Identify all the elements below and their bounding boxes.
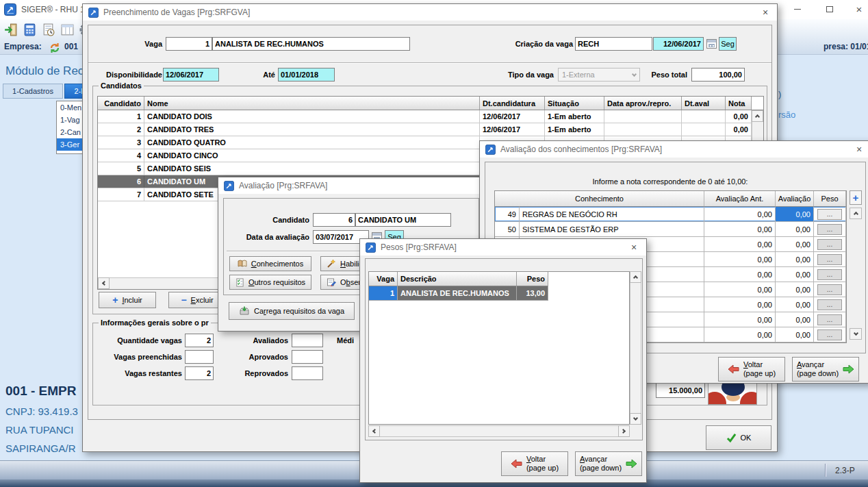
peso-detail-button[interactable]: ... bbox=[817, 299, 842, 310]
vaga-num-field[interactable]: 1 bbox=[166, 37, 212, 51]
tab-cadastros[interactable]: 1-Cadastros bbox=[3, 84, 63, 99]
scroll-up-icon[interactable] bbox=[630, 271, 641, 283]
avaliacao-input[interactable]: 0,00 bbox=[776, 297, 814, 312]
scroll-up-icon[interactable] bbox=[752, 110, 763, 122]
col-avaliacao[interactable]: Avaliação bbox=[776, 191, 814, 206]
col-candidato[interactable]: Candidato bbox=[98, 97, 144, 110]
avaliacao-input[interactable]: 0,00 bbox=[776, 327, 814, 342]
avaliacao-input[interactable]: 0,00 bbox=[776, 312, 814, 327]
conhecimento-row-50[interactable]: 50 SISTEMA DE GESTÃO ERP 0,00 0,00 ... bbox=[495, 222, 846, 237]
close-icon[interactable]: × bbox=[628, 242, 640, 253]
col-nota[interactable]: Nota bbox=[726, 97, 752, 110]
peso-detail-button[interactable]: ... bbox=[817, 314, 842, 325]
peso-detail-button[interactable]: ... bbox=[817, 254, 842, 265]
company-street: RUA TUPANCI bbox=[5, 424, 73, 436]
col-peso[interactable]: Peso bbox=[814, 191, 846, 206]
avaliacao-ant-value: 0,00 bbox=[704, 267, 776, 282]
col-dataaprov[interactable]: Data aprov./repro. bbox=[604, 97, 682, 110]
pesos-titlebar[interactable]: Pesos [Prg:SRFAVA] bbox=[360, 239, 646, 255]
conhecimentos-titlebar[interactable]: Avaliação dos conhecimentos [Prg:SRFAVA] bbox=[480, 141, 868, 158]
calendar-icon[interactable] bbox=[706, 39, 717, 49]
qtd-label: Quantidade vagas bbox=[99, 336, 182, 345]
vaga-label: Vaga bbox=[102, 40, 162, 48]
col-descricao[interactable]: Descrição bbox=[398, 272, 517, 286]
col-vaga[interactable]: Vaga bbox=[369, 272, 398, 286]
peso-detail-button[interactable]: ... bbox=[817, 269, 842, 280]
col-nome[interactable]: Nome bbox=[144, 97, 480, 110]
minimize-icon[interactable] bbox=[787, 2, 808, 16]
avaliacao-input[interactable]: 0,00 bbox=[776, 252, 814, 266]
calculator-icon[interactable] bbox=[21, 21, 38, 38]
incluir-button[interactable]: + Incluir bbox=[99, 292, 156, 308]
avancar-button[interactable]: Avançar(page down) bbox=[792, 357, 859, 382]
col-dtcandidatura[interactable]: Dt.candidatura bbox=[480, 97, 545, 110]
maximize-icon[interactable] bbox=[819, 2, 840, 16]
text-fragment-paren: ) bbox=[778, 89, 781, 99]
avaliacao-ant-value: 0,00 bbox=[704, 222, 776, 236]
scroll-down-icon[interactable] bbox=[850, 328, 862, 340]
col-avaliacao-ant[interactable]: Avaliação Ant. bbox=[704, 191, 776, 206]
vagas-titlebar[interactable]: Preenchimento de Vagas [Prg:SRFGVA] bbox=[83, 4, 777, 21]
candidato-num-field: 6 bbox=[313, 213, 355, 227]
peso-detail-button[interactable]: ... bbox=[817, 284, 842, 295]
seg-button[interactable]: Seg bbox=[719, 37, 737, 51]
ate-field[interactable]: 01/01/2018 bbox=[278, 68, 335, 82]
avaliacao-input[interactable]: 0,00 bbox=[776, 207, 814, 221]
scroll-up-icon[interactable] bbox=[850, 208, 862, 219]
exit-icon[interactable] bbox=[2, 21, 18, 38]
outros-requisitos-button[interactable]: Outros requisitos bbox=[229, 275, 311, 290]
close-icon[interactable]: × bbox=[849, 2, 868, 16]
conhecimentos-button[interactable]: Conhecimentos bbox=[229, 256, 311, 271]
candidate-row-1[interactable]: 1 CANDIDATO DOIS 12/06/2017 1-Em aberto … bbox=[98, 110, 763, 123]
peso-detail-button[interactable]: ... bbox=[817, 329, 842, 340]
candidato-nome-field: CANDIDATO UM bbox=[355, 213, 451, 227]
layout-icon[interactable] bbox=[59, 21, 75, 38]
refresh-icon[interactable] bbox=[47, 40, 63, 56]
conhecimento-nome: SISTEMA DE GESTÃO ERP bbox=[520, 222, 704, 236]
col-conhecimento[interactable]: Conhecimento bbox=[495, 191, 704, 206]
scroll-left-icon[interactable] bbox=[368, 425, 380, 437]
candidate-nota: 0,00 bbox=[726, 110, 752, 123]
candidate-row-2[interactable]: 2 CANDIDATO TRES 12/06/2017 1-Em aberto … bbox=[98, 123, 763, 136]
voltar-button[interactable]: Voltar(page up) bbox=[501, 451, 568, 476]
scroll-down-icon[interactable] bbox=[630, 413, 641, 425]
avaliacao-titlebar[interactable]: Avaliação [Prg:SRFAVA] bbox=[218, 177, 484, 194]
qtd-field: 2 bbox=[185, 334, 214, 347]
candidate-num: 3 bbox=[98, 136, 144, 149]
avaliacao-input[interactable]: 0,00 bbox=[776, 222, 814, 236]
peso-row-selected[interactable]: 1 ANALISTA DE REC.HUMANOS 13,00 bbox=[369, 286, 629, 301]
add-icon[interactable]: + bbox=[850, 190, 862, 205]
col-peso[interactable]: Peso bbox=[517, 272, 548, 286]
conhecimento-row-49[interactable]: 49 REGRAS DE NEGÓCIO RH 0,00 0,00 ... bbox=[495, 207, 846, 222]
avancar-button[interactable]: Avançar(page down) bbox=[575, 451, 642, 476]
disponibilidade-field[interactable]: 12/06/2017 bbox=[163, 68, 219, 82]
preench-field bbox=[185, 350, 214, 364]
col-situacao[interactable]: Situação bbox=[545, 97, 604, 110]
scroll-right-icon[interactable] bbox=[618, 425, 630, 437]
close-icon[interactable]: × bbox=[759, 7, 771, 18]
vertical-scrollbar[interactable] bbox=[630, 271, 641, 425]
avaliacao-input[interactable]: 0,00 bbox=[776, 267, 814, 282]
criacao-date-field[interactable]: 12/06/2017 bbox=[653, 37, 704, 51]
wand-icon bbox=[327, 259, 336, 269]
avancar-label: Avançar bbox=[580, 455, 607, 464]
scroll-left-icon[interactable] bbox=[98, 277, 110, 289]
pesos-header: Vaga Descrição Peso bbox=[369, 272, 629, 286]
candidate-aval bbox=[682, 123, 726, 136]
peso-detail-button[interactable]: ... bbox=[817, 209, 842, 220]
ok-button[interactable]: OK bbox=[706, 425, 771, 450]
close-icon[interactable]: × bbox=[853, 144, 865, 155]
conhecimento-num: 49 bbox=[495, 207, 520, 221]
schedule-icon[interactable] bbox=[40, 21, 56, 38]
peso-detail-button[interactable]: ... bbox=[817, 239, 842, 250]
voltar-button[interactable]: Voltar(page up) bbox=[718, 357, 785, 382]
carrega-requisitos-button[interactable]: Carrega requisitos da vaga bbox=[229, 302, 355, 320]
avaliacao-input[interactable]: 0,00 bbox=[776, 282, 814, 297]
peso-detail-button[interactable]: ... bbox=[817, 224, 842, 235]
col-dtaval[interactable]: Dt.aval bbox=[682, 97, 726, 110]
horizontal-scrollbar[interactable] bbox=[368, 425, 630, 437]
vaga-desc-field: ANALISTA DE REC.HUMANOS bbox=[212, 37, 410, 51]
voltar-sub: (page up) bbox=[743, 369, 776, 378]
avaliacao-input[interactable]: 0,00 bbox=[776, 237, 814, 251]
text-fragment-versao[interactable]: rsão bbox=[778, 110, 795, 120]
